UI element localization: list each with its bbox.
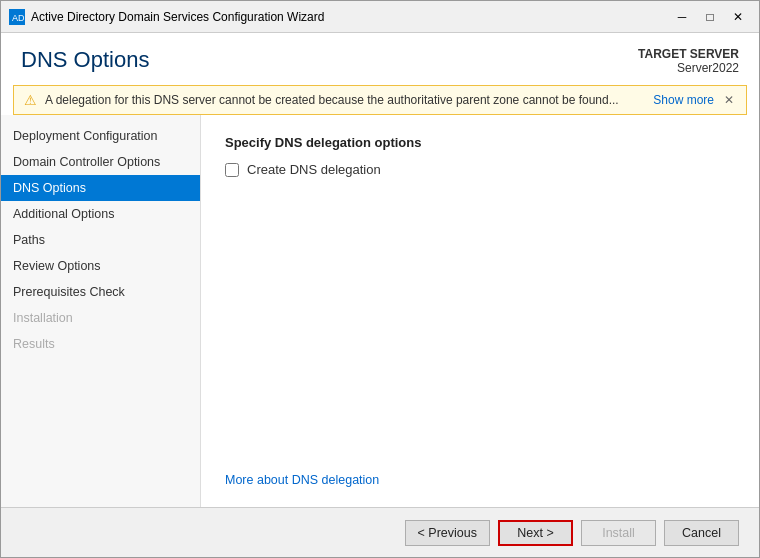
- content-spacer: [225, 193, 735, 473]
- dns-delegation-row: Create DNS delegation: [225, 162, 735, 177]
- sidebar-item-paths[interactable]: Paths: [1, 227, 200, 253]
- main-window: AD Active Directory Domain Services Conf…: [0, 0, 760, 558]
- content-area: Specify DNS delegation options Create DN…: [201, 115, 759, 507]
- minimize-button[interactable]: ─: [669, 7, 695, 27]
- page-header: DNS Options TARGET SERVER Server2022: [1, 33, 759, 85]
- footer: < Previous Next > Install Cancel: [1, 507, 759, 557]
- next-button[interactable]: Next >: [498, 520, 573, 546]
- svg-text:AD: AD: [12, 13, 24, 23]
- warning-icon: ⚠: [24, 92, 37, 108]
- close-button[interactable]: ✕: [725, 7, 751, 27]
- maximize-button[interactable]: □: [697, 7, 723, 27]
- window-title: Active Directory Domain Services Configu…: [31, 10, 669, 24]
- section-title: Specify DNS delegation options: [225, 135, 735, 150]
- dns-delegation-link[interactable]: More about DNS delegation: [225, 473, 735, 487]
- sidebar-item-dns-options[interactable]: DNS Options: [1, 175, 200, 201]
- title-bar: AD Active Directory Domain Services Conf…: [1, 1, 759, 33]
- sidebar-item-prerequisites[interactable]: Prerequisites Check: [1, 279, 200, 305]
- cancel-button[interactable]: Cancel: [664, 520, 739, 546]
- window-controls: ─ □ ✕: [669, 7, 751, 27]
- sidebar-item-review[interactable]: Review Options: [1, 253, 200, 279]
- warning-message: A delegation for this DNS server cannot …: [45, 93, 645, 107]
- show-more-link[interactable]: Show more: [653, 93, 714, 107]
- app-icon: AD: [9, 9, 25, 25]
- warning-banner: ⚠ A delegation for this DNS server canno…: [13, 85, 747, 115]
- sidebar-item-deployment[interactable]: Deployment Configuration: [1, 123, 200, 149]
- create-dns-delegation-checkbox[interactable]: [225, 163, 239, 177]
- sidebar: Deployment Configuration Domain Controll…: [1, 115, 201, 507]
- server-label: TARGET SERVER: [638, 47, 739, 61]
- main-content: Deployment Configuration Domain Controll…: [1, 115, 759, 507]
- warning-close-button[interactable]: ✕: [722, 93, 736, 107]
- server-name: Server2022: [638, 61, 739, 75]
- server-info: TARGET SERVER Server2022: [638, 47, 739, 75]
- ad-icon: AD: [10, 10, 24, 24]
- sidebar-item-domain-controller[interactable]: Domain Controller Options: [1, 149, 200, 175]
- sidebar-item-results: Results: [1, 331, 200, 357]
- sidebar-item-additional[interactable]: Additional Options: [1, 201, 200, 227]
- install-button: Install: [581, 520, 656, 546]
- sidebar-item-installation: Installation: [1, 305, 200, 331]
- page-title: DNS Options: [21, 47, 149, 73]
- create-dns-delegation-label[interactable]: Create DNS delegation: [247, 162, 381, 177]
- previous-button[interactable]: < Previous: [405, 520, 490, 546]
